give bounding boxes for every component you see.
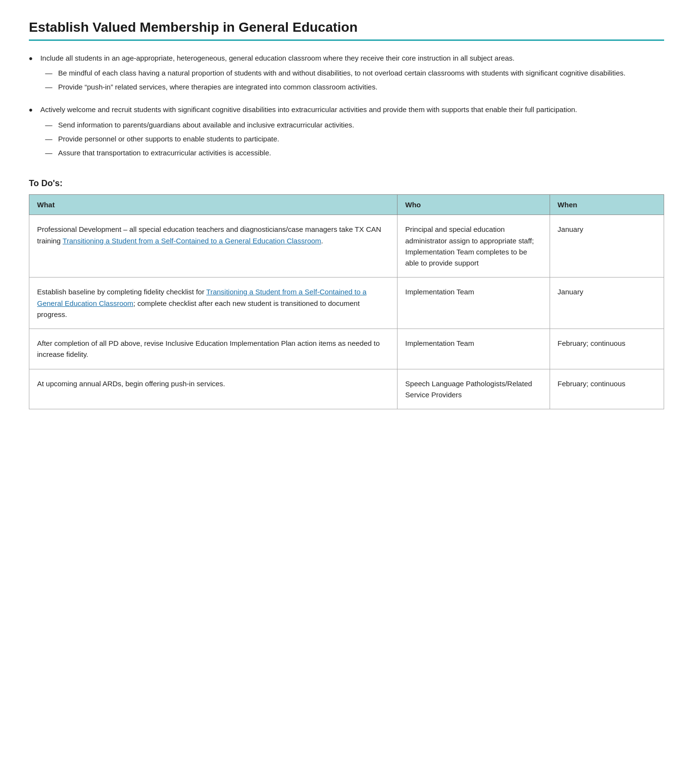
sub-text: Be mindful of each class having a natura… <box>58 67 626 78</box>
table-cell-who: Implementation Team <box>398 329 550 369</box>
table-cell-what: After completion of all PD above, revise… <box>29 329 398 369</box>
table-cell-who: Implementation Team <box>398 278 550 329</box>
what-link[interactable]: Transitioning a Student from a Self-Cont… <box>63 237 321 245</box>
bullet-icon: • <box>29 102 33 118</box>
table-row: Professional Development – all special e… <box>29 215 664 278</box>
sub-text: Provide personnel or other supports to e… <box>58 133 279 144</box>
table-header-row: What Who When <box>29 195 664 215</box>
sub-list-item: — Send information to parents/guardians … <box>45 119 664 130</box>
list-item: • Actively welcome and recruit students … <box>29 104 664 161</box>
table-cell-when: January <box>550 278 664 329</box>
main-bullet-list: • Include all students in an age-appropr… <box>29 52 664 162</box>
sub-text: Assure that transportation to extracurri… <box>58 147 271 158</box>
sub-list-item: — Be mindful of each class having a natu… <box>45 67 664 78</box>
bullet-main-text: Actively welcome and recruit students wi… <box>40 105 578 114</box>
table-row: After completion of all PD above, revise… <box>29 329 664 369</box>
dash-icon: — <box>45 67 52 78</box>
col-header-when: When <box>550 195 664 215</box>
sub-list-item: — Provide personnel or other supports to… <box>45 133 664 144</box>
list-item: • Include all students in an age-appropr… <box>29 52 664 96</box>
table-cell-what: At upcoming annual ARDs, begin offering … <box>29 369 398 409</box>
table-row: Establish baseline by completing fidelit… <box>29 278 664 329</box>
table-row: At upcoming annual ARDs, begin offering … <box>29 369 664 409</box>
table-cell-when: January <box>550 215 664 278</box>
what-prefix: Establish baseline by completing fidelit… <box>37 288 206 296</box>
dash-icon: — <box>45 119 52 130</box>
bullet-main-text: Include all students in an age-appropria… <box>40 54 515 62</box>
table-cell-when: February; continuous <box>550 369 664 409</box>
col-header-who: Who <box>398 195 550 215</box>
table-cell-what: Establish baseline by completing fidelit… <box>29 278 398 329</box>
sub-text: Send information to parents/guardians ab… <box>58 119 354 130</box>
sub-list-item: — Assure that transportation to extracur… <box>45 147 664 158</box>
bullet-section: • Include all students in an age-appropr… <box>29 52 664 162</box>
table-cell-when: February; continuous <box>550 329 664 369</box>
sub-list-item: — Provide “push-in” related services, wh… <box>45 81 664 92</box>
page-title: Establish Valued Membership in General E… <box>29 19 664 36</box>
sub-bullet-list: — Send information to parents/guardians … <box>40 119 664 159</box>
col-header-what: What <box>29 195 398 215</box>
todos-table: What Who When Professional Development –… <box>29 194 664 409</box>
bullet-content: Actively welcome and recruit students wi… <box>40 104 664 161</box>
dash-icon: — <box>45 147 52 158</box>
table-cell-who: Principal and special education administ… <box>398 215 550 278</box>
table-cell-what: Professional Development – all special e… <box>29 215 398 278</box>
title-divider <box>29 39 664 41</box>
what-text: After completion of all PD above, revise… <box>37 339 380 358</box>
dash-icon: — <box>45 133 52 144</box>
bullet-icon: • <box>29 51 33 67</box>
what-text: At upcoming annual ARDs, begin offering … <box>37 379 225 388</box>
todos-heading: To Do's: <box>29 178 664 189</box>
sub-text: Provide “push-in” related services, wher… <box>58 81 378 92</box>
table-cell-who: Speech Language Pathologists/Related Ser… <box>398 369 550 409</box>
what-suffix: . <box>321 237 323 245</box>
dash-icon: — <box>45 81 52 92</box>
bullet-content: Include all students in an age-appropria… <box>40 52 664 96</box>
sub-bullet-list: — Be mindful of each class having a natu… <box>40 67 664 93</box>
